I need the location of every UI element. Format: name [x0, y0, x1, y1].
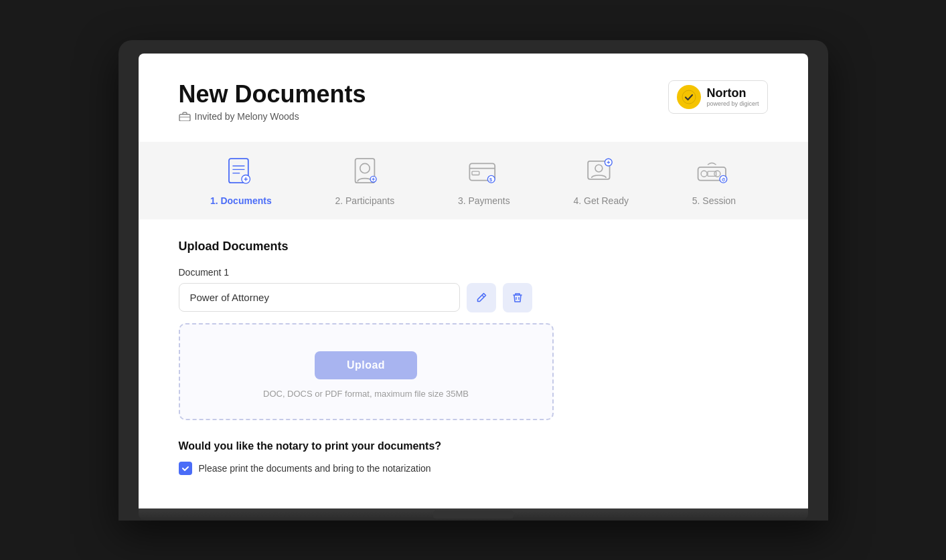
steps-container: 1. Documents 2. Particip [139, 142, 808, 219]
svg-line-31 [482, 295, 484, 297]
svg-text:$: $ [489, 177, 492, 183]
svg-rect-17 [472, 171, 479, 175]
print-checkbox[interactable] [179, 462, 192, 475]
print-question: Would you like the notary to print your … [179, 440, 768, 452]
document-name-input[interactable] [179, 283, 460, 312]
invited-row: Invited by Melony Woods [179, 111, 366, 122]
upload-button[interactable]: Upload [315, 351, 417, 379]
norton-name: Norton [706, 86, 759, 100]
laptop-base [139, 508, 808, 521]
page-title: New Documents [179, 80, 366, 108]
svg-point-26 [702, 171, 708, 177]
norton-text-block: Norton powered by digicert [706, 86, 759, 107]
steps-row: 1. Documents 2. Particip [179, 155, 768, 206]
svg-rect-0 [179, 114, 190, 121]
edit-document-button[interactable] [467, 283, 496, 312]
svg-point-2 [682, 90, 696, 104]
page-header: New Documents Invited by Melony Woods [179, 80, 768, 122]
step-get-ready-label: 4. Get Ready [573, 195, 629, 206]
step-payments-label: 3. Payments [458, 195, 510, 206]
step-session-label: 5. Session [692, 195, 736, 206]
document-input-row [179, 283, 768, 312]
step-documents-label: 1. Documents [210, 195, 272, 206]
laptop-frame: New Documents Invited by Melony Woods [119, 40, 828, 521]
screen: New Documents Invited by Melony Woods [139, 54, 808, 508]
header-left: New Documents Invited by Melony Woods [179, 80, 366, 122]
invited-text: Invited by Melony Woods [195, 111, 299, 122]
svg-point-11 [360, 163, 370, 173]
step-participants[interactable]: 2. Participants [335, 155, 394, 206]
step-session[interactable]: ⏱ 5. Session [692, 155, 736, 206]
step-participants-icon [345, 155, 384, 189]
print-checkbox-row: Please print the documents and bring to … [179, 462, 768, 475]
svg-point-21 [595, 165, 603, 172]
upload-hint: DOC, DOCS or PDF format, maximum file si… [263, 389, 469, 399]
print-section: Would you like the notary to print your … [179, 440, 768, 475]
step-payments-icon: $ [465, 155, 503, 189]
briefcase-icon [179, 112, 191, 121]
main-content: Upload Documents Document 1 [179, 219, 768, 475]
print-checkbox-label: Please print the documents and bring to … [199, 463, 431, 474]
step-get-ready-icon [582, 155, 621, 189]
norton-circle-icon [677, 85, 701, 109]
delete-document-button[interactable] [503, 283, 532, 312]
step-session-icon: ⏱ [694, 155, 733, 189]
trash-icon [511, 292, 524, 304]
step-documents-icon [222, 155, 260, 189]
upload-zone: Upload DOC, DOCS or PDF format, maximum … [179, 323, 554, 420]
checkmark-icon [181, 464, 189, 472]
step-get-ready[interactable]: 4. Get Ready [573, 155, 629, 206]
step-participants-label: 2. Participants [335, 195, 394, 206]
step-documents[interactable]: 1. Documents [210, 155, 272, 206]
trackpad [433, 510, 514, 519]
upload-section-title: Upload Documents [179, 240, 768, 254]
document-label: Document 1 [179, 267, 768, 278]
edit-icon [475, 292, 487, 304]
step-payments[interactable]: $ 3. Payments [458, 155, 510, 206]
norton-badge: Norton powered by digicert [668, 80, 767, 114]
svg-text:⏱: ⏱ [722, 177, 726, 182]
norton-sub: powered by digicert [706, 100, 759, 107]
